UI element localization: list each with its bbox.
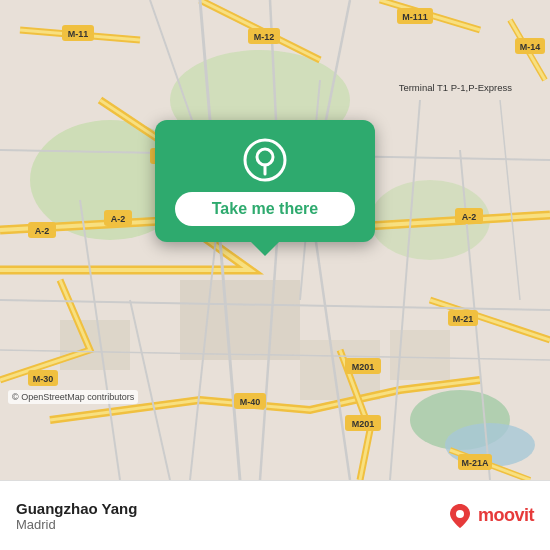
moovit-pin-icon xyxy=(446,502,474,530)
bottom-bar: Guangzhao Yang Madrid moovit xyxy=(0,480,550,550)
location-info: Guangzhao Yang Madrid xyxy=(16,500,137,532)
svg-text:M-12: M-12 xyxy=(254,32,275,42)
svg-text:M-14: M-14 xyxy=(520,42,541,52)
svg-text:M-21A: M-21A xyxy=(461,458,489,468)
osm-attribution: © OpenStreetMap contributors xyxy=(8,390,138,404)
location-pin-icon xyxy=(243,138,287,182)
svg-point-41 xyxy=(257,149,273,165)
terminal-label: Terminal T1 P-1,P-Express xyxy=(399,82,512,94)
take-me-there-button[interactable]: Take me there xyxy=(175,192,355,226)
svg-text:A-2: A-2 xyxy=(35,226,50,236)
map-container: M-11 M-12 M-111 M-14 A-2 A-2 A-2 A-2 M-4… xyxy=(0,0,550,480)
svg-text:M201: M201 xyxy=(352,419,375,429)
svg-text:M-111: M-111 xyxy=(402,12,428,22)
svg-text:A-2: A-2 xyxy=(111,214,126,224)
svg-text:A-2: A-2 xyxy=(462,212,477,222)
svg-point-43 xyxy=(456,510,464,518)
location-city: Madrid xyxy=(16,517,137,532)
svg-text:M-11: M-11 xyxy=(68,29,89,39)
svg-text:M-21: M-21 xyxy=(453,314,474,324)
popup-card: Take me there xyxy=(155,120,375,242)
svg-rect-7 xyxy=(60,320,130,370)
location-name: Guangzhao Yang xyxy=(16,500,137,517)
svg-rect-4 xyxy=(180,280,300,360)
svg-text:M201: M201 xyxy=(352,362,375,372)
svg-text:M-40: M-40 xyxy=(240,397,261,407)
svg-text:M-30: M-30 xyxy=(33,374,54,384)
moovit-logo: moovit xyxy=(446,502,534,530)
moovit-brand-text: moovit xyxy=(478,505,534,526)
